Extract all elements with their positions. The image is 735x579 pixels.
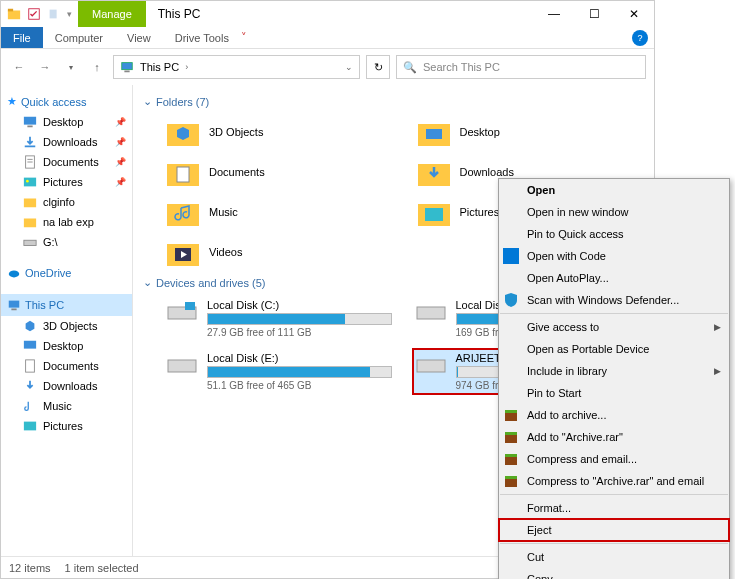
- drive-e[interactable]: Local Disk (E:)51.1 GB free of 465 GB: [163, 348, 396, 395]
- folder-desktop[interactable]: Desktop: [414, 114, 645, 150]
- qat-overflow-icon[interactable]: ▾: [67, 9, 72, 19]
- ctx-scan-defender[interactable]: Scan with Windows Defender...: [499, 289, 729, 311]
- ctx-give-access[interactable]: Give access to▶: [499, 316, 729, 338]
- ctx-copy[interactable]: Copy: [499, 568, 729, 579]
- search-input[interactable]: 🔍 Search This PC: [396, 55, 646, 79]
- minimize-button[interactable]: —: [534, 1, 574, 27]
- manage-tab[interactable]: Manage: [78, 1, 146, 27]
- svg-rect-48: [505, 476, 517, 479]
- tab-computer[interactable]: Computer: [43, 27, 115, 48]
- sidebar-onedrive[interactable]: OneDrive: [1, 262, 132, 284]
- breadcrumb[interactable]: This PC: [140, 61, 179, 73]
- properties-icon[interactable]: [27, 7, 41, 21]
- help-icon[interactable]: ?: [632, 30, 648, 46]
- ctx-compress-rar-email[interactable]: Compress to "Archive.rar" and email: [499, 470, 729, 492]
- close-button[interactable]: ✕: [614, 1, 654, 27]
- svg-rect-25: [426, 129, 442, 139]
- sidebar-quick-access[interactable]: ★Quick access: [1, 91, 132, 112]
- sidebar-item-3dobjects[interactable]: 3D Objects: [1, 316, 132, 336]
- ctx-open-autoplay[interactable]: Open AutoPlay...: [499, 267, 729, 289]
- folder-documents[interactable]: Documents: [163, 154, 394, 190]
- svg-rect-5: [124, 71, 129, 73]
- sidebar-item-downloads[interactable]: Downloads📌: [1, 132, 132, 152]
- sidebar-item-g-drive[interactable]: G:\: [1, 232, 132, 252]
- download-icon: [418, 158, 450, 186]
- address-bar[interactable]: This PC › ⌄: [113, 55, 360, 79]
- ctx-eject[interactable]: Eject: [499, 519, 729, 541]
- drive-c[interactable]: Local Disk (C:)27.9 GB free of 111 GB: [163, 295, 396, 342]
- ribbon-collapse-icon[interactable]: ˅: [241, 31, 247, 44]
- onedrive-icon: [7, 266, 21, 280]
- folder-music[interactable]: Music: [163, 194, 394, 230]
- folder-3dobjects[interactable]: 3D Objects: [163, 114, 394, 150]
- sidebar-item-documents2[interactable]: Documents: [1, 356, 132, 376]
- ctx-cut[interactable]: Cut: [499, 546, 729, 568]
- sidebar-item-music[interactable]: Music: [1, 396, 132, 416]
- sidebar-item-pictures[interactable]: Pictures📌: [1, 172, 132, 192]
- up-button[interactable]: ↑: [87, 57, 107, 77]
- ctx-add-rar[interactable]: Add to "Archive.rar": [499, 426, 729, 448]
- ctx-open-portable[interactable]: Open as Portable Device: [499, 338, 729, 360]
- svg-rect-16: [24, 240, 36, 245]
- sidebar-item-downloads2[interactable]: Downloads: [1, 376, 132, 396]
- sidebar-item-documents[interactable]: Documents📌: [1, 152, 132, 172]
- window-controls: — ☐ ✕: [534, 1, 654, 27]
- ctx-open-new-window[interactable]: Open in new window: [499, 201, 729, 223]
- svg-rect-4: [122, 63, 133, 70]
- ctx-include-library[interactable]: Include in library▶: [499, 360, 729, 382]
- drive-icon: [23, 235, 37, 249]
- tab-view[interactable]: View: [115, 27, 163, 48]
- ctx-format[interactable]: Format...: [499, 497, 729, 519]
- sidebar-item-pictures2[interactable]: Pictures: [1, 416, 132, 436]
- ctx-pin-quick-access[interactable]: Pin to Quick access: [499, 223, 729, 245]
- ctx-open[interactable]: Open: [499, 179, 729, 201]
- status-selected-count: 1 item selected: [65, 562, 139, 574]
- music-icon: [167, 198, 199, 226]
- pin-icon: 📌: [115, 117, 126, 127]
- window-title: This PC: [146, 1, 213, 27]
- sidebar-item-desktop2[interactable]: Desktop: [1, 336, 132, 356]
- desktop-icon: [418, 118, 450, 146]
- context-menu: Open Open in new window Pin to Quick acc…: [498, 178, 730, 579]
- back-button[interactable]: ←: [9, 57, 29, 77]
- sidebar-this-pc[interactable]: This PC: [1, 294, 132, 316]
- folder-icon: [23, 195, 37, 209]
- ctx-compress-email[interactable]: Compress and email...: [499, 448, 729, 470]
- ctx-add-archive[interactable]: Add to archive...: [499, 404, 729, 426]
- ctx-pin-start[interactable]: Pin to Start: [499, 382, 729, 404]
- sidebar-item-desktop[interactable]: Desktop📌: [1, 112, 132, 132]
- folder-icon: [7, 7, 21, 21]
- chevron-down-icon: ⌄: [143, 276, 152, 289]
- ctx-open-with-code[interactable]: Open with Code: [499, 245, 729, 267]
- star-icon: ★: [7, 95, 17, 108]
- pin-icon: 📌: [115, 157, 126, 167]
- svg-point-13: [26, 180, 29, 183]
- address-dropdown-icon[interactable]: ⌄: [345, 62, 353, 72]
- chevron-down-icon: ⌄: [143, 95, 152, 108]
- tab-drive-tools[interactable]: Drive Tools: [163, 27, 241, 48]
- folder-icon: [23, 215, 37, 229]
- dropdown-icon[interactable]: [47, 7, 61, 21]
- document-icon: [23, 155, 37, 169]
- svg-rect-7: [27, 126, 32, 128]
- breadcrumb-arrow-icon[interactable]: ›: [185, 62, 188, 72]
- pc-icon: [7, 298, 21, 312]
- recent-dropdown[interactable]: ▾: [61, 57, 81, 77]
- video-icon: [167, 238, 199, 266]
- maximize-button[interactable]: ☐: [574, 1, 614, 27]
- winrar-icon: [503, 451, 519, 467]
- sidebar-item-nalabexp[interactable]: na lab exp: [1, 212, 132, 232]
- document-icon: [167, 158, 199, 186]
- svg-rect-1: [8, 9, 13, 12]
- ribbon-tabs: File Computer View Drive Tools ˅ ?: [1, 27, 654, 49]
- svg-rect-18: [9, 301, 20, 308]
- sidebar-item-clginfo[interactable]: clginfo: [1, 192, 132, 212]
- pictures-icon: [418, 198, 450, 226]
- folders-group-header[interactable]: ⌄Folders (7): [143, 89, 644, 114]
- folder-videos[interactable]: Videos: [163, 234, 394, 270]
- forward-button[interactable]: →: [35, 57, 55, 77]
- tab-file[interactable]: File: [1, 27, 43, 48]
- svg-rect-40: [503, 248, 519, 264]
- svg-rect-15: [24, 219, 36, 228]
- refresh-button[interactable]: ↻: [366, 55, 390, 79]
